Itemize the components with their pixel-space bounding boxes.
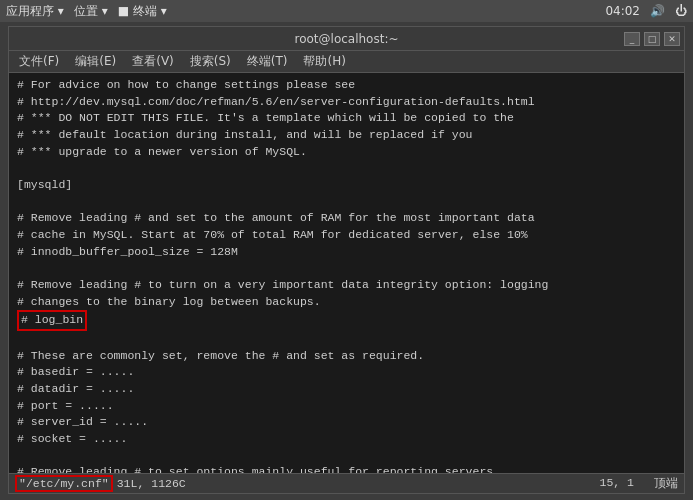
line-21 <box>17 448 676 465</box>
menu-bar: 文件(F) 编辑(E) 查看(V) 搜索(S) 终端(T) 帮助(H) <box>9 51 684 73</box>
topbar-right: 04:02 🔊 ⏻ <box>605 4 687 18</box>
line-12: # Remove leading # to turn on a very imp… <box>17 277 676 294</box>
window-title: root@localhost:~ <box>294 32 398 46</box>
line-14 <box>17 331 676 348</box>
line-13: # changes to the binary log between back… <box>17 294 676 311</box>
line-mysqld: [mysqld] <box>17 177 676 194</box>
topbar-location[interactable]: 位置 ▾ <box>74 3 108 20</box>
volume-icon: 🔊 <box>650 4 665 18</box>
line-5: # *** upgrade to a newer version of MySQ… <box>17 144 676 161</box>
menu-edit[interactable]: 编辑(E) <box>71 53 120 70</box>
window-controls: _ □ ✕ <box>624 32 680 46</box>
line-1: # For advice on how to change settings p… <box>17 77 676 94</box>
topbar-apps[interactable]: 应用程序 ▾ <box>6 3 64 20</box>
line-2: # http://dev.mysql.com/doc/refman/5.6/en… <box>17 94 676 111</box>
terminal-window: root@localhost:~ _ □ ✕ 文件(F) 编辑(E) 查看(V)… <box>8 26 685 494</box>
line-22: # Remove leading # to set options mainly… <box>17 464 676 473</box>
top-bar: 应用程序 ▾ 位置 ▾ ■ 终端 ▾ 04:02 🔊 ⏻ <box>0 0 693 22</box>
line-8: # Remove leading # and set to the amount… <box>17 210 676 227</box>
close-button[interactable]: ✕ <box>664 32 680 46</box>
line-10: # innodb_buffer_pool_size = 128M <box>17 244 676 261</box>
menu-view[interactable]: 查看(V) <box>128 53 178 70</box>
status-right-group: 15, 1 顶端 <box>599 476 678 491</box>
terminal-content[interactable]: # For advice on how to change settings p… <box>9 73 684 473</box>
maximize-button[interactable]: □ <box>644 32 660 46</box>
line-19: # server_id = ..... <box>17 414 676 431</box>
status-left: "/etc/my.cnf" 31L, 1126C <box>15 475 186 492</box>
topbar-terminal[interactable]: ■ 终端 ▾ <box>118 3 167 20</box>
line-7 <box>17 194 676 211</box>
menu-search[interactable]: 搜索(S) <box>186 53 235 70</box>
line-6 <box>17 160 676 177</box>
line-3: # *** DO NOT EDIT THIS FILE. It's a temp… <box>17 110 676 127</box>
menu-help[interactable]: 帮助(H) <box>299 53 349 70</box>
line-9: # cache in MySQL. Start at 70% of total … <box>17 227 676 244</box>
line-11 <box>17 260 676 277</box>
line-logbin: # log_bin <box>17 310 676 331</box>
line-15: # These are commonly set, remove the # a… <box>17 348 676 365</box>
line-4: # *** default location during install, a… <box>17 127 676 144</box>
status-info: 31L, 1126C <box>117 477 186 490</box>
line-18: # port = ..... <box>17 398 676 415</box>
status-filename: "/etc/my.cnf" <box>15 475 113 492</box>
line-20: # socket = ..... <box>17 431 676 448</box>
logbin-highlight: # log_bin <box>17 310 87 331</box>
power-icon: ⏻ <box>675 4 687 18</box>
line-17: # datadir = ..... <box>17 381 676 398</box>
minimize-button[interactable]: _ <box>624 32 640 46</box>
menu-file[interactable]: 文件(F) <box>15 53 63 70</box>
status-top: 顶端 <box>654 476 678 491</box>
line-16: # basedir = ..... <box>17 364 676 381</box>
window-titlebar: root@localhost:~ _ □ ✕ <box>9 27 684 51</box>
status-position: 15, 1 <box>599 476 634 491</box>
menu-terminal[interactable]: 终端(T) <box>243 53 292 70</box>
status-bar: "/etc/my.cnf" 31L, 1126C 15, 1 顶端 <box>9 473 684 493</box>
time-display: 04:02 <box>605 4 640 18</box>
